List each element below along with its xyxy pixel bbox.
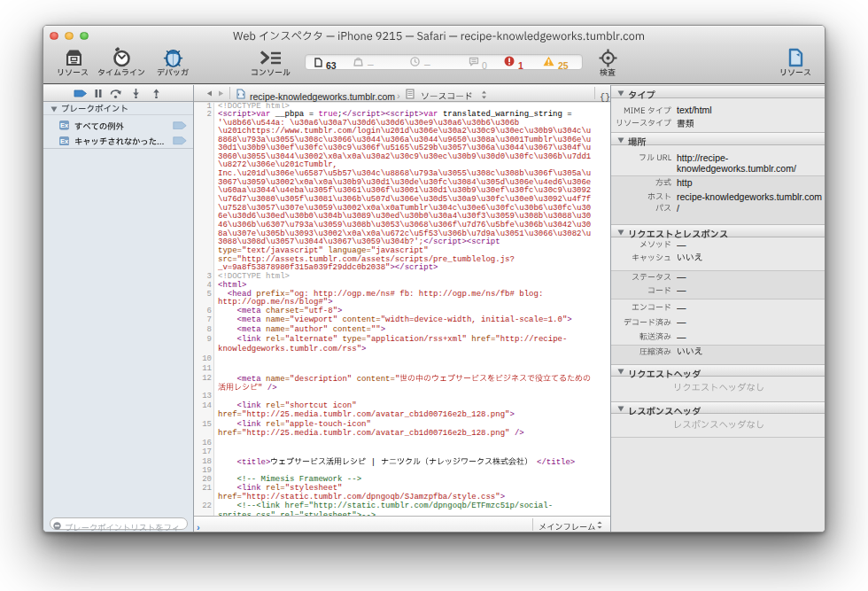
svg-text:Ex: Ex	[60, 137, 69, 145]
svg-text:Ex: Ex	[60, 121, 69, 129]
